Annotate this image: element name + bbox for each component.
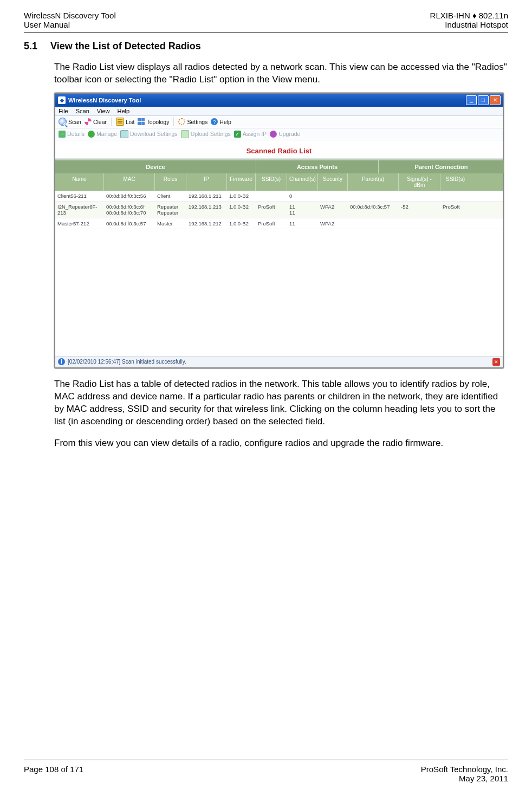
status-text: [02/02/2010 12:56:47] Scan initiated suc… bbox=[68, 359, 186, 365]
col-ip[interactable]: IP bbox=[186, 173, 227, 191]
cell-mac: 00:0d:8d:f0:3c:6f 00:0d:8d:f0:3c:70 bbox=[104, 202, 155, 218]
manage-button[interactable]: Manage bbox=[88, 131, 117, 138]
col-parent[interactable]: Parent(s) bbox=[348, 173, 399, 191]
details-button[interactable]: Details bbox=[59, 131, 85, 138]
app-icon: ◆ bbox=[58, 96, 66, 104]
group-header-access-points: Access Points bbox=[256, 160, 379, 173]
cell-roles: Client bbox=[155, 191, 186, 201]
group-header-device: Device bbox=[55, 160, 256, 173]
settings-label: Settings bbox=[187, 119, 207, 125]
col-security[interactable]: Security bbox=[318, 173, 348, 191]
group-header-parent-connection: Parent Connection bbox=[379, 160, 504, 173]
body-paragraph-3: From this view you can view details of a… bbox=[54, 437, 508, 450]
maximize-button[interactable]: □ bbox=[478, 95, 489, 105]
col-channel[interactable]: Channel(s) bbox=[287, 173, 318, 191]
check-icon: ✓ bbox=[234, 131, 241, 138]
settings-button[interactable]: Settings bbox=[178, 118, 207, 125]
globe-icon bbox=[88, 131, 95, 138]
col-ssid2[interactable]: SSID(s) bbox=[440, 173, 470, 191]
download-label: Download Settings bbox=[130, 131, 178, 137]
cell-signal bbox=[399, 218, 440, 229]
body-paragraph-2: The Radio List has a table of detected r… bbox=[54, 378, 508, 428]
page-number: Page 108 of 171 bbox=[24, 765, 83, 783]
help-label: Help bbox=[219, 119, 231, 125]
list-icon bbox=[116, 118, 124, 126]
menu-bar: File Scan View Help bbox=[55, 107, 503, 116]
cell-firmware: 1.0.0-B2 bbox=[227, 218, 256, 229]
cell-firmware: 1.0.0-B2 bbox=[227, 202, 256, 218]
menu-help[interactable]: Help bbox=[117, 108, 129, 114]
column-header-row: Name MAC Roles IP Firmware SSID(s) Chann… bbox=[55, 173, 503, 191]
cell-ssid2 bbox=[440, 191, 470, 201]
cell-ssid bbox=[256, 191, 287, 201]
cell-channel: 0 bbox=[287, 191, 318, 201]
clear-label: Clear bbox=[93, 119, 107, 125]
eraser-icon bbox=[85, 118, 92, 125]
topology-icon bbox=[138, 118, 145, 125]
download-settings-button[interactable]: Download Settings bbox=[120, 130, 178, 138]
header-product: RLXIB-IHN ♦ 802.11n bbox=[430, 11, 508, 20]
footer-divider bbox=[24, 760, 508, 760]
list-button[interactable]: List bbox=[116, 118, 134, 126]
col-roles[interactable]: Roles bbox=[155, 173, 186, 191]
upload-settings-button[interactable]: Upload Settings bbox=[181, 130, 231, 138]
topology-label: Topology bbox=[146, 119, 169, 125]
details-label: Details bbox=[67, 131, 85, 137]
title-bar[interactable]: ◆ WirelessN Discovery Tool _ □ ✕ bbox=[55, 94, 503, 107]
table-row[interactable]: Client56-211 00:0d:8d:f0:3c:56 Client 19… bbox=[55, 191, 503, 202]
scan-button[interactable]: Scan bbox=[59, 118, 81, 126]
upload-label: Upload Settings bbox=[191, 131, 231, 137]
clear-button[interactable]: Clear bbox=[85, 118, 107, 125]
help-button[interactable]: ?Help bbox=[211, 118, 231, 125]
topology-button[interactable]: Topology bbox=[138, 118, 169, 125]
close-button[interactable]: ✕ bbox=[490, 95, 501, 105]
page-header: WirelessN Discovery Tool User Manual RLX… bbox=[24, 11, 508, 29]
upgrade-icon bbox=[270, 131, 277, 138]
cell-ip: 192.168.1.212 bbox=[186, 218, 227, 229]
upgrade-label: Upgrade bbox=[278, 131, 300, 137]
col-mac[interactable]: MAC bbox=[104, 173, 155, 191]
toolbar-primary: Scan Clear List Topology Settings ?Help bbox=[55, 116, 503, 128]
cell-name: I2N_Repeater6F-213 bbox=[55, 202, 104, 218]
cell-ssid2: ProSoft bbox=[440, 202, 470, 218]
cell-roles: Repeater Repeater bbox=[155, 202, 186, 218]
cell-signal: -52 bbox=[399, 202, 440, 218]
window-title: WirelessN Discovery Tool bbox=[68, 97, 141, 103]
menu-scan[interactable]: Scan bbox=[76, 108, 89, 114]
cell-name: Client56-211 bbox=[55, 191, 104, 201]
header-doc-title: WirelessN Discovery Tool bbox=[24, 11, 116, 20]
header-product-sub: Industrial Hotspot bbox=[430, 20, 508, 29]
cell-signal bbox=[399, 191, 440, 201]
page-footer: Page 108 of 171 ProSoft Technology, Inc.… bbox=[24, 755, 508, 783]
status-close-button[interactable]: ✕ bbox=[492, 358, 500, 366]
info-icon: i bbox=[58, 358, 65, 365]
toolbar-divider bbox=[111, 118, 112, 126]
cell-ssid: ProSoft bbox=[256, 202, 287, 218]
col-firmware[interactable]: Firmware bbox=[227, 173, 256, 191]
assign-ip-button[interactable]: ✓Assign IP bbox=[234, 131, 267, 138]
download-icon bbox=[120, 130, 128, 138]
table-body: Client56-211 00:0d:8d:f0:3c:56 Client 19… bbox=[55, 191, 503, 229]
header-subtitle: User Manual bbox=[24, 20, 116, 29]
scan-label: Scan bbox=[68, 119, 81, 125]
table-row[interactable]: Master57-212 00:0d:8d:f0:3c:57 Master 19… bbox=[55, 218, 503, 229]
toolbar-secondary: Details Manage Download Settings Upload … bbox=[55, 128, 503, 140]
col-ssid[interactable]: SSID(s) bbox=[256, 173, 287, 191]
cell-roles: Master bbox=[155, 218, 186, 229]
cell-ssid2 bbox=[440, 218, 470, 229]
cell-firmware: 1.0.0-B2 bbox=[227, 191, 256, 201]
menu-view[interactable]: View bbox=[97, 108, 110, 114]
cell-ip: 192.168.1.211 bbox=[186, 191, 227, 201]
details-icon bbox=[59, 131, 66, 138]
manage-label: Manage bbox=[96, 131, 117, 137]
menu-file[interactable]: File bbox=[59, 108, 68, 114]
col-name[interactable]: Name bbox=[55, 173, 104, 191]
table-row[interactable]: I2N_Repeater6F-213 00:0d:8d:f0:3c:6f 00:… bbox=[55, 202, 503, 218]
help-icon: ? bbox=[211, 118, 218, 125]
footer-company: ProSoft Technology, Inc. bbox=[421, 765, 508, 774]
upgrade-button[interactable]: Upgrade bbox=[270, 131, 300, 138]
upload-icon bbox=[181, 130, 189, 138]
col-signal[interactable]: Signal(s) - dBm bbox=[399, 173, 440, 191]
cell-channel: 11 bbox=[287, 218, 318, 229]
minimize-button[interactable]: _ bbox=[466, 95, 477, 105]
